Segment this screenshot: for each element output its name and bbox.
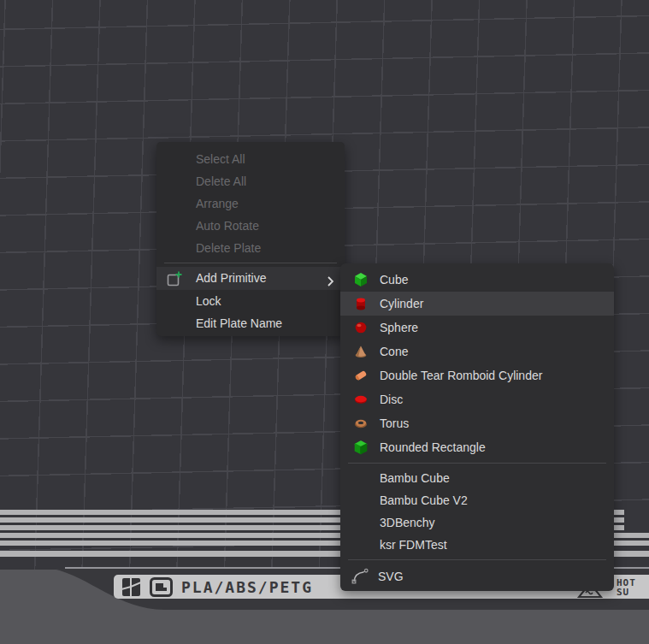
menu-item-add-primitive[interactable]: Add Primitive	[156, 267, 345, 290]
menu-separator	[348, 463, 606, 464]
menu-item-ksr-fdmtest[interactable]: ksr FDMTest	[340, 534, 614, 556]
plate-stripe	[613, 517, 624, 523]
plate-stripe	[0, 541, 340, 546]
plate-logo-icon	[150, 577, 173, 597]
menu-item-rounded-rectangle[interactable]: Rounded Rectangle	[340, 435, 614, 459]
context-menu: Select AllDelete AllArrangeAuto RotateDe…	[156, 142, 345, 336]
plate-stripe	[0, 517, 340, 523]
menu-item-cone[interactable]: Cone	[340, 340, 614, 363]
double-tear-romboid-cylinder-icon	[353, 368, 369, 383]
menu-item-label: Cube	[380, 273, 408, 287]
hot-surface-text-line2: SU	[617, 588, 636, 597]
menu-item-sphere[interactable]: Sphere	[340, 316, 614, 340]
cylinder-icon	[353, 296, 369, 311]
menu-item-label: Cylinder	[380, 297, 423, 310]
torus-icon	[353, 416, 369, 431]
plate-stripe	[0, 510, 340, 515]
menu-item-edit-plate-name[interactable]: Edit Plate Name	[156, 312, 345, 334]
menu-item-cube[interactable]: Cube	[340, 268, 614, 292]
menu-item-label: Add Primitive	[196, 271, 266, 285]
menu-item-label: Disc	[380, 393, 403, 406]
cube-icon	[353, 272, 369, 287]
plate-stripe	[0, 533, 340, 538]
menu-item-lock[interactable]: Lock	[156, 290, 345, 312]
menu-item-bambu-cube[interactable]: Bambu Cube	[340, 467, 614, 489]
menu-item-torus[interactable]: Torus	[340, 411, 614, 435]
menu-item-auto-rotate: Auto Rotate	[156, 215, 345, 237]
menu-item-svg[interactable]: SVG	[340, 564, 614, 589]
rounded-rectangle-icon	[353, 440, 369, 455]
menu-item-arrange: Arrange	[156, 192, 345, 215]
disc-icon	[353, 392, 369, 407]
plate-material-label: PLA/ABS/PETG	[181, 578, 313, 595]
menu-item-delete-plate: Delete Plate	[156, 237, 345, 259]
add-primitive-icon	[166, 270, 183, 295]
menu-separator	[164, 263, 337, 263]
bambu-logo-icon	[121, 577, 141, 597]
menu-item-select-all: Select All	[156, 148, 345, 170]
slicer-3d-viewport[interactable]: PLA/ABS/PETG HOT SU Select AllDelete All…	[0, 0, 649, 644]
plate-stripe	[613, 510, 624, 515]
menu-item-cylinder[interactable]: Cylinder	[340, 292, 614, 316]
menu-separator	[348, 559, 606, 560]
menu-item-label: SVG	[378, 570, 404, 583]
menu-item-bambu-cube-v2[interactable]: Bambu Cube V2	[340, 489, 614, 511]
plate-stripe	[613, 525, 624, 530]
plate-stripe	[613, 551, 649, 557]
sphere-icon	[353, 320, 369, 335]
menu-item-label: Rounded Rectangle	[380, 440, 486, 454]
menu-item-delete-all: Delete All	[156, 170, 345, 192]
menu-item-double-tear-romboid-cylinder[interactable]: Double Tear Romboid Cylinder	[340, 363, 614, 387]
plate-stripe	[613, 533, 649, 538]
menu-item-label: Sphere	[380, 321, 418, 334]
menu-item-label: Cone	[380, 345, 408, 358]
cone-icon	[353, 344, 369, 359]
add-primitive-submenu: CubeCylinderSphereConeDouble Tear Romboi…	[340, 263, 614, 591]
menu-item-disc[interactable]: Disc	[340, 387, 614, 411]
plate-stripe	[0, 525, 340, 530]
context-menu-disabled-group: Select AllDelete AllArrangeAuto RotateDe…	[156, 148, 345, 259]
menu-item-3dbenchy[interactable]: 3DBenchy	[340, 511, 614, 534]
plate-stripe	[613, 541, 649, 546]
menu-item-label: Double Tear Romboid Cylinder	[380, 369, 542, 382]
menu-item-label: Torus	[380, 417, 409, 430]
plate-stripe	[0, 551, 340, 557]
submenu-model-group: Bambu CubeBambu Cube V23DBenchyksr FDMTe…	[340, 467, 614, 556]
chevron-right-icon	[327, 272, 334, 295]
submenu-primitive-group: CubeCylinderSphereConeDouble Tear Romboi…	[340, 268, 614, 459]
svg-bezier-icon	[351, 567, 369, 586]
